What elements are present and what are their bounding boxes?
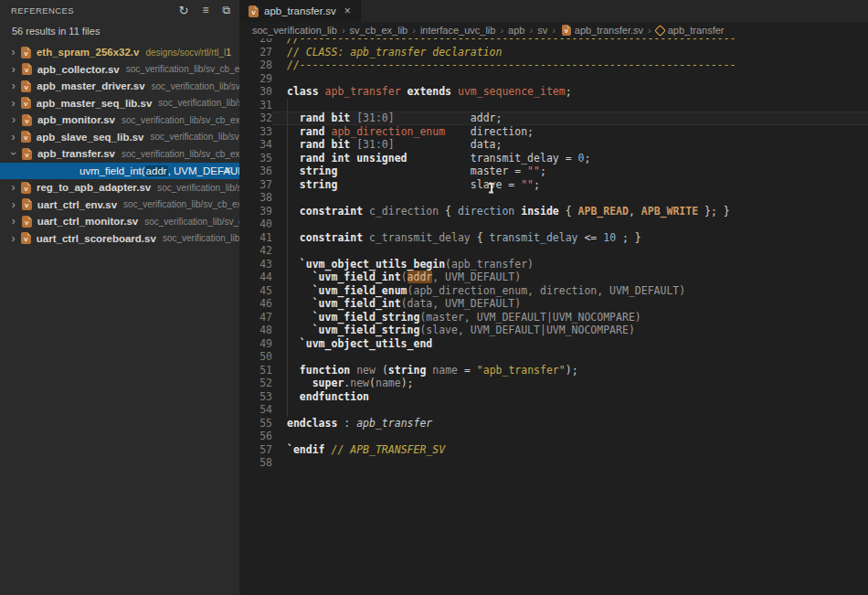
code-line[interactable]: 35 rand int unsigned transmit_delay = 0; — [239, 152, 868, 165]
file-result-row[interactable]: ›uart_ctrl_env.svsoc_verification_lib/sv… — [0, 197, 239, 214]
code-line[interactable]: 34 rand bit [31:0] data; — [239, 138, 868, 152]
code-line[interactable]: 33 rand apb_direction_enum direction; — [239, 125, 868, 139]
references-panel: REFERENCES ↻≡⧉ 56 results in 11 files ›e… — [0, 0, 239, 595]
file-result-row[interactable]: ›eth_spram_256x32.vdesigns/socv/rtl/rtl_… — [0, 44, 239, 61]
tab-apb-transfer[interactable]: apb_transfer.sv × — [239, 0, 361, 22]
breadcrumb-item[interactable]: apb_transfer — [656, 25, 725, 36]
code-line-content — [272, 456, 868, 470]
code-line[interactable]: 27// CLASS: apb_transfer declaration — [239, 46, 868, 59]
file-result-row[interactable]: ›apb_collector.svsoc_verification_lib/sv… — [0, 61, 239, 79]
references-panel-header: REFERENCES ↻≡⧉ — [0, 0, 239, 20]
code-line-content: `uvm_object_utils_end — [272, 337, 868, 351]
code-line[interactable]: 40 — [239, 218, 868, 231]
code-line[interactable]: 55endclass : apb_transfer — [239, 417, 868, 430]
code-token: string — [287, 165, 337, 177]
code-line[interactable]: 51 function new (string name = "apb_tran… — [239, 364, 868, 377]
code-token: new — [356, 364, 376, 377]
tab-close-icon[interactable]: × — [344, 5, 351, 16]
code-line[interactable]: 42 — [239, 244, 868, 258]
set-results-view-icon[interactable]: ≡ — [202, 5, 208, 16]
chevron-right-icon[interactable]: › — [7, 64, 20, 75]
chevron-right-icon[interactable]: › — [7, 216, 20, 227]
file-result-row[interactable]: ›apb_monitor.svsoc_verification_lib/sv_c… — [0, 112, 239, 129]
code-line[interactable]: 46 `uvm_field_int(data, UVM_DEFAULT) — [239, 297, 868, 311]
chevron-right-icon[interactable]: › — [7, 182, 19, 193]
code-line[interactable]: 50 — [239, 350, 868, 364]
code-line-content: rand int unsigned transmit_delay = 0; — [272, 152, 868, 165]
code-line[interactable]: 32 rand bit [31:0] addr; — [239, 112, 868, 125]
chevron-right-icon[interactable]: › — [7, 80, 19, 91]
code-line[interactable]: 43 `uvm_object_utils_begin(apb_transfer) — [239, 258, 868, 271]
code-line[interactable]: 31 — [239, 99, 868, 112]
code-token: class — [287, 85, 325, 98]
line-number: 52 — [239, 377, 272, 390]
code-token: super — [287, 377, 344, 389]
breadcrumb-item[interactable]: interface_uvc_lib — [420, 25, 496, 36]
reference-result-row[interactable]: uvm_field_int(addr, UVM_DEFAULT)× — [0, 163, 239, 180]
chevron-right-icon[interactable]: › — [7, 233, 19, 244]
file-result-row[interactable]: ›uart_ctrl_monitor.svsoc_verification_li… — [0, 213, 239, 230]
editor-tab-bar: apb_transfer.sv × — [239, 0, 868, 22]
breadcrumb-item[interactable]: apb_transfer.sv — [560, 25, 643, 36]
code-token: = — [458, 364, 477, 377]
code-line[interactable]: 47 `uvm_field_string(master, UVM_DEFAULT… — [239, 311, 868, 324]
line-number: 34 — [239, 138, 272, 152]
code-line[interactable]: 41 constraint c_transmit_delay { transmi… — [239, 231, 868, 245]
code-line[interactable]: 29 — [239, 72, 868, 86]
code-line-content: endclass : apb_transfer — [272, 417, 868, 430]
code-line[interactable]: 52 super.new(name); — [239, 377, 868, 390]
references-tree: ›eth_spram_256x32.vdesigns/socv/rtl/rtl_… — [0, 44, 239, 247]
code-token: `uvm_field_string — [287, 324, 419, 336]
breadcrumb-item[interactable]: apb — [508, 25, 524, 36]
chevron-down-icon[interactable]: › — [8, 147, 19, 160]
refresh-icon[interactable]: ↻ — [179, 5, 189, 16]
code-line[interactable]: 36 string master = ""; — [239, 165, 868, 178]
chevron-right-icon[interactable]: › — [7, 199, 20, 210]
code-token: : — [337, 417, 356, 430]
code-line[interactable]: 56 — [239, 430, 868, 443]
code-line[interactable]: 28//------------------------------------… — [239, 58, 868, 72]
code-token: "" — [527, 165, 540, 177]
code-line[interactable]: 58 — [239, 456, 868, 470]
code-line[interactable]: 37 string slave = ""; — [239, 178, 868, 192]
code-line[interactable]: 57`endif // APB_TRANSFER_SV — [239, 443, 868, 457]
code-line[interactable]: 54 — [239, 403, 868, 417]
breadcrumb-item[interactable]: sv_cb_ex_lib — [350, 25, 408, 36]
references-panel-title: REFERENCES — [11, 5, 179, 16]
file-result-row[interactable]: ›uart_ctrl_scoreboard.svsoc_verification… — [0, 230, 239, 248]
breadcrumb-item[interactable]: sv — [537, 25, 547, 36]
line-number: 40 — [239, 218, 272, 231]
file-name: uart_ctrl_env.sv — [37, 199, 117, 210]
verilog-file-icon — [22, 63, 32, 75]
code-line[interactable]: 30class apb_transfer extends uvm_sequenc… — [239, 85, 868, 99]
code-token: { — [439, 205, 458, 218]
file-result-row[interactable]: ›apb_master_seq_lib.svsoc_verification_l… — [0, 95, 239, 112]
copy-all-icon[interactable]: ⧉ — [222, 5, 230, 16]
chevron-right-icon[interactable]: › — [7, 132, 19, 143]
code-line-content: string slave = ""; — [272, 178, 868, 192]
file-result-row[interactable]: ›apb_master_driver.svsoc_verification_li… — [0, 78, 239, 95]
code-line[interactable]: 44 `uvm_field_int(addr, UVM_DEFAULT) — [239, 271, 868, 284]
code-token: ; — [540, 165, 546, 177]
code-token: master = — [337, 165, 527, 177]
chevron-right-icon[interactable]: › — [7, 98, 19, 109]
code-line[interactable]: 38 — [239, 191, 868, 205]
code-line[interactable]: 39 constraint c_direction { direction in… — [239, 205, 868, 218]
chevron-right-icon[interactable]: › — [7, 47, 19, 58]
breadcrumb-item[interactable]: soc_verification_lib — [252, 25, 337, 36]
code-editor[interactable]: 26//------------------------------------… — [239, 32, 868, 470]
line-number: 43 — [239, 258, 272, 271]
code-line[interactable]: 48 `uvm_field_string(slave, UVM_DEFAULT|… — [239, 324, 868, 337]
chevron-right-icon[interactable]: › — [7, 114, 20, 125]
file-result-row[interactable]: ›apb_transfer.svsoc_verification_lib/sv_… — [0, 145, 239, 163]
file-result-row[interactable]: ›apb_slave_seq_lib.svsoc_verification_li… — [0, 129, 239, 146]
code-line[interactable]: 49 `uvm_object_utils_end — [239, 337, 868, 351]
file-result-row[interactable]: ›reg_to_apb_adapter.svsoc_verification_l… — [0, 179, 239, 197]
code-line[interactable]: 53 endfunction — [239, 390, 868, 404]
verilog-file-icon — [21, 97, 31, 109]
code-token: ; } — [616, 231, 641, 244]
dismiss-reference-icon[interactable]: × — [225, 164, 231, 176]
breadcrumb-separator: › — [529, 25, 533, 36]
code-line-content — [272, 218, 868, 231]
code-line[interactable]: 45 `uvm_field_enum(apb_direction_enum, d… — [239, 284, 868, 298]
